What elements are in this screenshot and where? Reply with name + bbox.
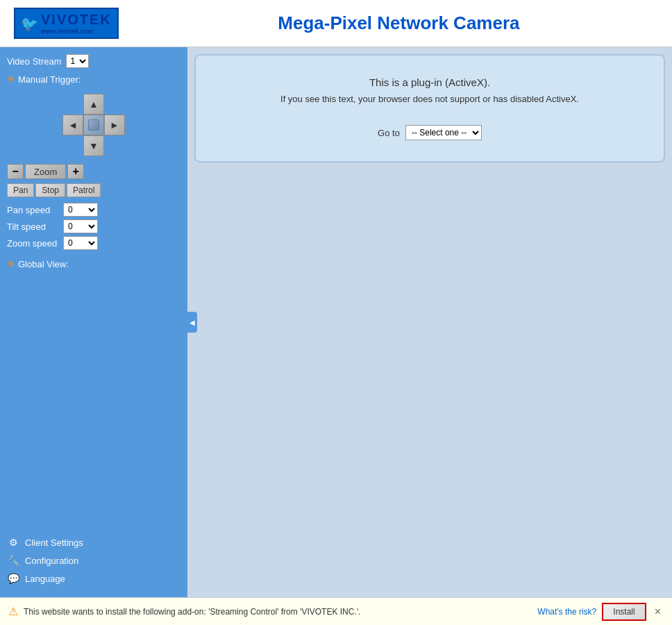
configuration-link[interactable]: 🔧 Configuration [7, 554, 180, 567]
page-title: Mega-Pixel Network Camera [140, 12, 658, 34]
client-settings-link[interactable]: ⚙ Client Settings [7, 536, 180, 549]
notification-icon: ⚠ [8, 605, 18, 618]
language-icon: 💬 [7, 572, 19, 585]
language-label: Language [25, 574, 65, 584]
zoom-row: − Zoom + [7, 164, 180, 179]
activex-line2: If you see this text, your browser does … [210, 94, 650, 104]
ptz-left-button[interactable]: ◄ [62, 115, 83, 135]
manual-trigger-label: Manual Trigger: [18, 74, 81, 85]
goto-select[interactable]: -- Select one -- [405, 125, 482, 140]
patrol-button[interactable]: Patrol [67, 183, 101, 197]
client-settings-icon: ⚙ [7, 536, 19, 549]
pan-speed-select[interactable]: 012345 [63, 203, 98, 217]
video-stream-select[interactable]: 1 2 [66, 54, 89, 68]
logo-url-text: www.vivotek.com [41, 28, 112, 35]
global-view-row: ✳ Global View: [7, 258, 180, 269]
collapse-tab[interactable]: ◀ [187, 312, 197, 333]
stop-button[interactable]: Stop [35, 183, 65, 197]
zoom-minus-button[interactable]: − [7, 164, 24, 179]
main-content: This is a plug-in (ActiveX). If you see … [187, 47, 672, 597]
global-view-label: Global View: [18, 259, 70, 269]
ptz-control: ▲ ◄ ► ▼ [56, 94, 132, 156]
video-stream-row: Video Stream 1 2 [7, 54, 180, 68]
notification-text: This website wants to install the follow… [24, 607, 532, 617]
configuration-icon: 🔧 [7, 554, 19, 567]
goto-row: Go to -- Select one -- [210, 125, 650, 140]
ptz-down-button[interactable]: ▼ [83, 135, 104, 156]
zoom-speed-label: Zoom speed [7, 238, 59, 249]
activex-line1: This is a plug-in (ActiveX). [210, 76, 650, 88]
configuration-label: Configuration [25, 556, 78, 566]
install-button[interactable]: Install [602, 603, 646, 621]
tilt-speed-select[interactable]: 012345 [63, 219, 98, 233]
ptz-up-button[interactable]: ▲ [83, 94, 104, 115]
ptz-top-row: ▲ [83, 94, 104, 115]
tilt-speed-row: Tilt speed 012345 [7, 219, 180, 233]
sidebar: Video Stream 1 2 ✳ Manual Trigger: ▲ ◄ [0, 47, 187, 597]
goto-label: Go to [378, 128, 400, 138]
tilt-speed-label: Tilt speed [7, 222, 59, 232]
logo-text-block: VIVOTEK www.vivotek.com [41, 12, 112, 35]
activex-box: This is a plug-in (ActiveX). If you see … [194, 54, 665, 162]
zoom-speed-select[interactable]: 012345 [63, 236, 98, 250]
global-view-star-icon: ✳ [7, 258, 15, 269]
manual-trigger-row: ✳ Manual Trigger: [7, 74, 180, 85]
ptz-middle-row: ◄ ► [62, 115, 125, 135]
header: 🐦 VIVOTEK www.vivotek.com Mega-Pixel Net… [0, 0, 672, 47]
logo-box: 🐦 VIVOTEK www.vivotek.com [14, 8, 119, 39]
close-notification-button[interactable]: × [652, 606, 664, 618]
pan-button[interactable]: Pan [7, 183, 34, 197]
ptz-bottom-row: ▼ [83, 135, 104, 156]
pan-speed-label: Pan speed [7, 205, 59, 215]
sidebar-bottom: ⚙ Client Settings 🔧 Configuration 💬 Lang… [7, 522, 180, 590]
ptz-center-dot [88, 119, 99, 131]
client-settings-label: Client Settings [25, 538, 83, 548]
notification-bar: ⚠ This website wants to install the foll… [0, 597, 672, 625]
whats-risk-link[interactable]: What's the risk? [537, 607, 596, 617]
content-area: Video Stream 1 2 ✳ Manual Trigger: ▲ ◄ [0, 47, 672, 597]
zoom-speed-row: Zoom speed 012345 [7, 236, 180, 250]
logo-area: 🐦 VIVOTEK www.vivotek.com [14, 8, 119, 39]
language-link[interactable]: 💬 Language [7, 572, 180, 585]
ptz-center [83, 115, 104, 135]
pan-speed-row: Pan speed 012345 [7, 203, 180, 217]
logo-vivotek-text: VIVOTEK [41, 12, 112, 28]
main-wrapper: 🐦 VIVOTEK www.vivotek.com Mega-Pixel Net… [0, 0, 672, 597]
ptz-right-button[interactable]: ► [104, 115, 125, 135]
star-icon: ✳ [7, 74, 15, 85]
pan-stop-patrol-row: Pan Stop Patrol [7, 183, 180, 197]
logo-bird-icon: 🐦 [21, 15, 38, 32]
zoom-label: Zoom [25, 164, 66, 179]
zoom-plus-button[interactable]: + [67, 164, 84, 179]
video-stream-label: Video Stream [7, 56, 62, 67]
